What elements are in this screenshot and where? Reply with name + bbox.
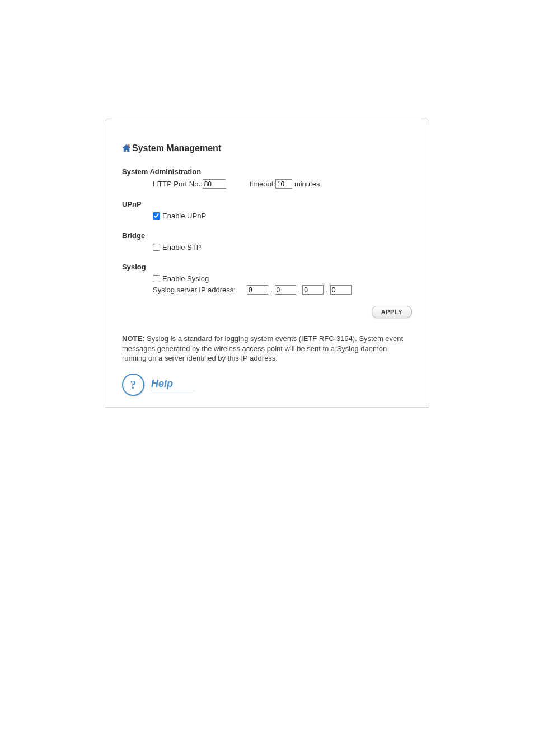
upnp-row: Enable UPnP — [153, 212, 412, 220]
timeout-input[interactable] — [275, 179, 292, 189]
apply-row: APPLY — [122, 306, 412, 318]
section-syslog-heading: Syslog — [122, 263, 412, 271]
timeout-label: timeout: — [250, 180, 275, 188]
page-title-row: System Management — [122, 143, 412, 153]
help-label: Help — [151, 378, 195, 391]
ip-dot: . — [298, 286, 301, 294]
syslog-ip-row: Syslog server IP address: . . . — [153, 285, 412, 295]
page-title: System Management — [132, 143, 221, 153]
upnp-enable-checkbox[interactable] — [153, 212, 160, 220]
syslog-ip-b[interactable] — [275, 285, 296, 295]
syslog-enable-row: Enable Syslog — [153, 274, 412, 283]
stp-enable-label: Enable STP — [162, 243, 201, 251]
upnp-enable-label: Enable UPnP — [162, 212, 206, 220]
syslog-ip-d[interactable] — [330, 285, 352, 295]
note-body: Syslog is a standard for logging system … — [122, 334, 403, 362]
apply-button[interactable]: APPLY — [372, 306, 412, 318]
bridge-row: Enable STP — [153, 243, 412, 251]
http-port-label: HTTP Port No.: — [153, 180, 203, 188]
timeout-unit: minutes — [294, 180, 320, 188]
sysadmin-row: HTTP Port No.: timeout: minutes — [153, 179, 412, 189]
syslog-enable-checkbox[interactable] — [153, 275, 160, 282]
syslog-ip-c[interactable] — [302, 285, 324, 295]
stp-enable-checkbox[interactable] — [153, 244, 160, 251]
section-bridge-heading: Bridge — [122, 231, 412, 240]
syslog-server-label: Syslog server IP address: — [153, 286, 236, 294]
http-port-input[interactable] — [203, 179, 226, 189]
note-prefix: NOTE: — [122, 334, 144, 343]
home-icon — [122, 144, 131, 153]
syslog-enable-label: Enable Syslog — [162, 274, 209, 283]
ip-dot: . — [270, 286, 273, 294]
syslog-ip-a[interactable] — [247, 285, 268, 295]
settings-panel: System Management System Administration … — [105, 118, 429, 408]
note-text: NOTE: Syslog is a standard for logging s… — [122, 334, 412, 363]
ip-dot: . — [326, 286, 328, 294]
help-row[interactable]: ? Help — [122, 374, 412, 396]
section-sysadmin-heading: System Administration — [122, 167, 412, 176]
section-upnp-heading: UPnP — [122, 200, 412, 208]
help-icon: ? — [122, 374, 144, 396]
